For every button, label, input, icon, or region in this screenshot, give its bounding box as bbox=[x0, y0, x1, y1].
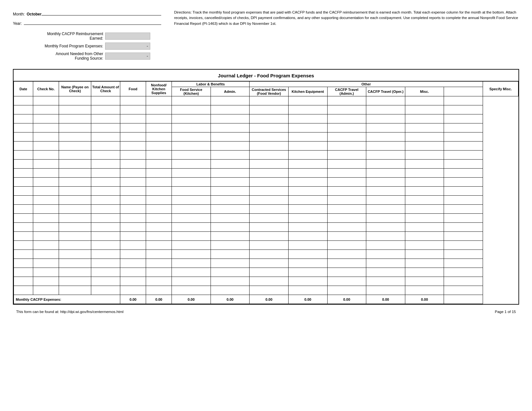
table-cell[interactable] bbox=[444, 169, 483, 178]
table-cell[interactable] bbox=[444, 142, 483, 151]
table-cell[interactable] bbox=[59, 277, 91, 286]
table-cell[interactable] bbox=[250, 277, 289, 286]
table-row[interactable] bbox=[14, 277, 518, 286]
table-cell[interactable] bbox=[146, 132, 172, 142]
table-cell[interactable] bbox=[288, 205, 327, 214]
table-cell[interactable] bbox=[14, 205, 33, 214]
table-cell[interactable] bbox=[172, 160, 211, 169]
table-cell[interactable] bbox=[33, 223, 59, 232]
table-cell[interactable] bbox=[405, 160, 444, 169]
table-row[interactable] bbox=[14, 142, 518, 151]
table-cell[interactable] bbox=[211, 232, 250, 241]
table-cell[interactable] bbox=[288, 196, 327, 205]
table-cell[interactable] bbox=[366, 214, 405, 223]
table-cell[interactable] bbox=[405, 277, 444, 286]
table-cell[interactable] bbox=[288, 232, 327, 241]
table-cell[interactable] bbox=[120, 178, 146, 187]
table-cell[interactable] bbox=[33, 286, 59, 295]
table-cell[interactable] bbox=[444, 96, 483, 105]
table-cell[interactable] bbox=[405, 241, 444, 250]
table-cell[interactable] bbox=[250, 205, 289, 214]
table-cell[interactable] bbox=[250, 151, 289, 160]
table-cell[interactable] bbox=[405, 142, 444, 151]
table-cell[interactable] bbox=[250, 123, 289, 132]
table-cell[interactable] bbox=[91, 241, 120, 250]
table-cell[interactable] bbox=[14, 214, 33, 223]
table-cell[interactable] bbox=[366, 223, 405, 232]
table-cell[interactable] bbox=[444, 214, 483, 223]
table-cell[interactable] bbox=[33, 178, 59, 187]
table-cell[interactable] bbox=[146, 214, 172, 223]
table-cell[interactable] bbox=[59, 250, 91, 259]
table-row[interactable] bbox=[14, 196, 518, 205]
table-cell[interactable] bbox=[405, 187, 444, 196]
table-cell[interactable] bbox=[444, 123, 483, 132]
table-cell[interactable] bbox=[250, 105, 289, 114]
table-cell[interactable] bbox=[211, 196, 250, 205]
table-cell[interactable] bbox=[250, 214, 289, 223]
table-cell[interactable] bbox=[33, 196, 59, 205]
table-cell[interactable] bbox=[91, 96, 120, 105]
table-cell[interactable] bbox=[405, 268, 444, 277]
table-cell[interactable] bbox=[146, 151, 172, 160]
table-cell[interactable] bbox=[33, 205, 59, 214]
table-cell[interactable] bbox=[33, 214, 59, 223]
table-cell[interactable] bbox=[366, 277, 405, 286]
table-cell[interactable] bbox=[211, 250, 250, 259]
table-cell[interactable] bbox=[120, 223, 146, 232]
table-cell[interactable] bbox=[172, 169, 211, 178]
table-cell[interactable] bbox=[444, 268, 483, 277]
table-cell[interactable] bbox=[288, 160, 327, 169]
table-cell[interactable] bbox=[59, 142, 91, 151]
table-cell[interactable] bbox=[405, 151, 444, 160]
table-cell[interactable] bbox=[366, 178, 405, 187]
table-cell[interactable] bbox=[59, 259, 91, 268]
table-cell[interactable] bbox=[146, 169, 172, 178]
table-cell[interactable] bbox=[33, 96, 59, 105]
table-cell[interactable] bbox=[211, 277, 250, 286]
table-cell[interactable] bbox=[444, 178, 483, 187]
table-cell[interactable] bbox=[146, 160, 172, 169]
table-cell[interactable] bbox=[366, 205, 405, 214]
table-cell[interactable] bbox=[211, 286, 250, 295]
table-cell[interactable] bbox=[14, 268, 33, 277]
table-cell[interactable] bbox=[250, 169, 289, 178]
table-cell[interactable] bbox=[172, 214, 211, 223]
table-cell[interactable] bbox=[405, 259, 444, 268]
table-cell[interactable] bbox=[146, 268, 172, 277]
table-cell[interactable] bbox=[405, 105, 444, 114]
table-cell[interactable] bbox=[211, 259, 250, 268]
table-row[interactable] bbox=[14, 214, 518, 223]
table-cell[interactable] bbox=[91, 151, 120, 160]
table-cell[interactable] bbox=[120, 268, 146, 277]
table-cell[interactable] bbox=[59, 169, 91, 178]
table-cell[interactable] bbox=[59, 132, 91, 142]
table-cell[interactable] bbox=[327, 241, 366, 250]
table-cell[interactable] bbox=[91, 123, 120, 132]
table-cell[interactable] bbox=[211, 105, 250, 114]
table-cell[interactable] bbox=[59, 105, 91, 114]
table-cell[interactable] bbox=[405, 96, 444, 105]
table-cell[interactable] bbox=[120, 123, 146, 132]
table-cell[interactable] bbox=[91, 169, 120, 178]
table-cell[interactable] bbox=[250, 232, 289, 241]
table-cell[interactable] bbox=[405, 250, 444, 259]
table-cell[interactable] bbox=[33, 268, 59, 277]
table-cell[interactable] bbox=[33, 105, 59, 114]
table-cell[interactable] bbox=[366, 187, 405, 196]
table-cell[interactable] bbox=[405, 214, 444, 223]
table-cell[interactable] bbox=[211, 169, 250, 178]
table-cell[interactable] bbox=[146, 114, 172, 123]
table-cell[interactable] bbox=[288, 277, 327, 286]
table-cell[interactable] bbox=[91, 187, 120, 196]
table-cell[interactable] bbox=[366, 241, 405, 250]
table-cell[interactable] bbox=[288, 151, 327, 160]
table-cell[interactable] bbox=[444, 187, 483, 196]
table-cell[interactable] bbox=[327, 123, 366, 132]
table-cell[interactable] bbox=[288, 105, 327, 114]
table-cell[interactable] bbox=[146, 196, 172, 205]
table-row[interactable] bbox=[14, 232, 518, 241]
table-cell[interactable] bbox=[59, 205, 91, 214]
table-cell[interactable] bbox=[120, 187, 146, 196]
table-cell[interactable] bbox=[172, 105, 211, 114]
